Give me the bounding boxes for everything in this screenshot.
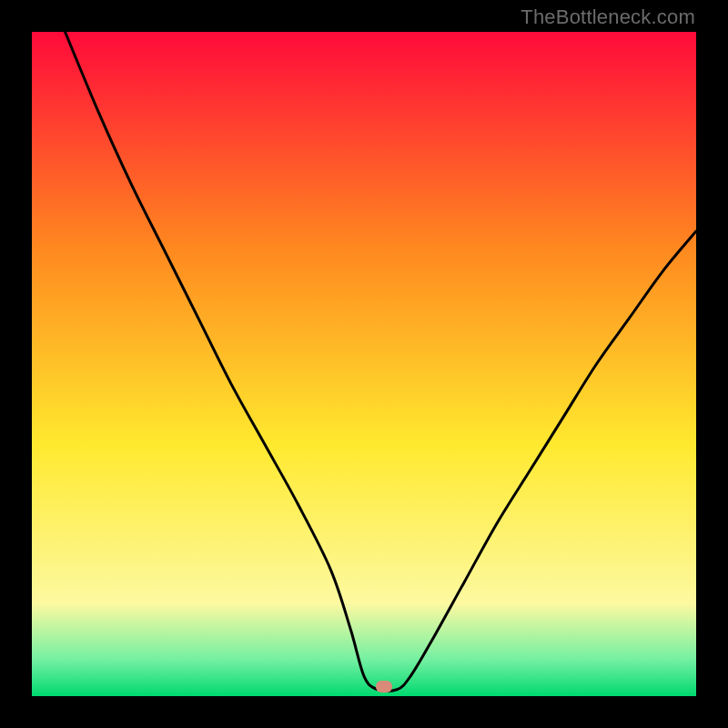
plot-area: [32, 32, 696, 696]
watermark-text: TheBottleneck.com: [521, 5, 695, 29]
chart-frame: TheBottleneck.com: [0, 0, 728, 728]
optimal-marker: [376, 681, 392, 693]
bottleneck-curve: [32, 32, 696, 696]
